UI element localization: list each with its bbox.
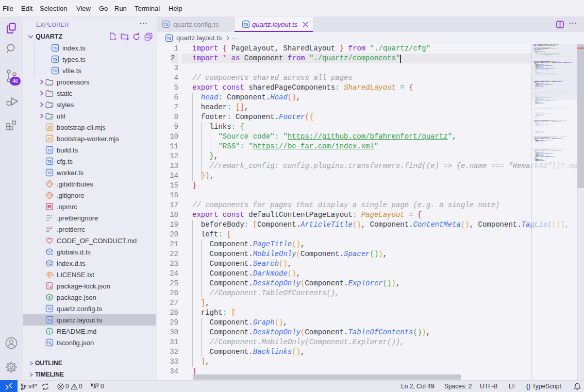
svg-text:TS: TS <box>53 46 58 50</box>
svg-text:TS: TS <box>47 318 52 322</box>
svg-text:TS: TS <box>47 171 52 175</box>
svg-text:TS: TS <box>167 37 172 40</box>
svg-text:TS: TS <box>244 23 248 26</box>
svg-text:TS: TS <box>53 69 58 73</box>
svg-text:JS: JS <box>47 137 52 141</box>
svg-text:TS: TS <box>49 264 53 267</box>
svg-text:$: $ <box>48 295 51 300</box>
svg-text:TS: TS <box>164 23 169 26</box>
svg-text:TS: TS <box>47 160 52 163</box>
svg-text:TS: TS <box>47 307 52 311</box>
svg-text:JS: JS <box>47 126 52 129</box>
svg-text:TS: TS <box>49 252 53 255</box>
svg-text:TS: TS <box>47 148 52 152</box>
svg-text:TS: TS <box>53 58 58 61</box>
